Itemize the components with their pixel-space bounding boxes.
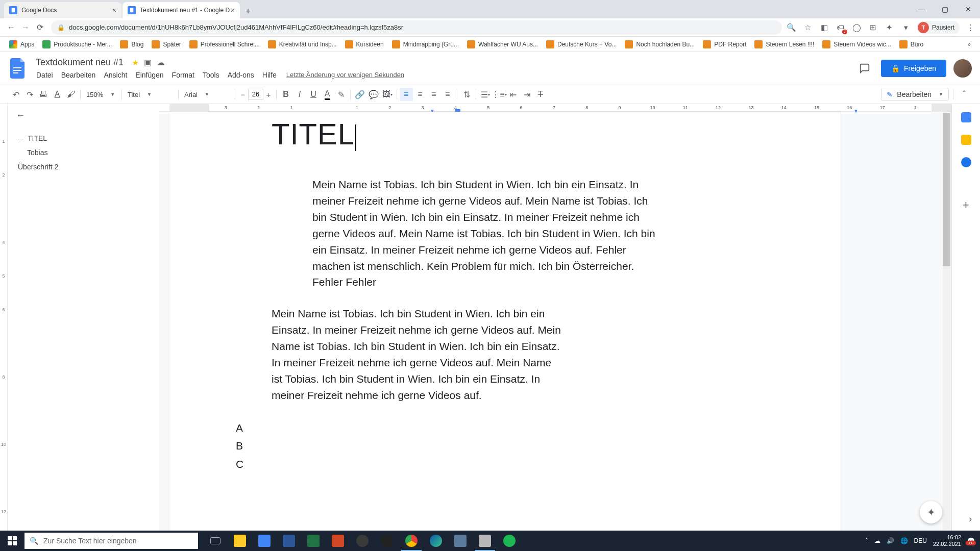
italic-button[interactable]: I bbox=[293, 88, 306, 101]
taskbar-search[interactable]: 🔍 Zur Suche Text hier eingeben bbox=[24, 533, 198, 549]
powerpoint-icon[interactable] bbox=[326, 531, 350, 551]
volume-icon[interactable]: 🔊 bbox=[887, 537, 894, 544]
paint-format-button[interactable]: 🖌 bbox=[64, 88, 78, 101]
scrollbar-thumb[interactable] bbox=[943, 113, 950, 266]
tray-expand-icon[interactable]: ˄ bbox=[865, 537, 868, 544]
document-title[interactable]: Textdokument neu #1 bbox=[33, 56, 127, 69]
app-icon[interactable] bbox=[252, 531, 277, 551]
extension-icon[interactable]: ⊞ bbox=[868, 22, 879, 33]
spellcheck-button[interactable]: A bbox=[51, 88, 64, 101]
indent-marker-icon[interactable]: ▼ bbox=[853, 108, 859, 114]
insert-image-button[interactable]: 🖼▾ bbox=[381, 88, 394, 101]
scrollbar[interactable] bbox=[943, 113, 950, 530]
extensions-menu-icon[interactable]: ✦ bbox=[884, 22, 895, 33]
move-icon[interactable]: ▣ bbox=[144, 58, 152, 67]
document-canvas[interactable]: 32112345678910111213141516171 ▼ ▼ TITEL … bbox=[159, 104, 951, 531]
account-avatar[interactable] bbox=[953, 59, 972, 78]
close-window-button[interactable]: ✕ bbox=[957, 0, 980, 18]
cloud-saved-icon[interactable]: ☁ bbox=[157, 58, 165, 67]
align-left-button[interactable]: ≡ bbox=[400, 88, 413, 101]
increase-indent-button[interactable]: ⇥ bbox=[520, 88, 533, 101]
spotify-icon[interactable] bbox=[497, 531, 522, 551]
bulleted-list-button[interactable]: ⋮≡▾ bbox=[493, 88, 506, 101]
decrease-indent-button[interactable]: ⇤ bbox=[506, 88, 520, 101]
menu-hilfe[interactable]: Hilfe bbox=[259, 69, 280, 81]
hide-side-panel-button[interactable]: › bbox=[969, 514, 972, 524]
chrome-icon[interactable] bbox=[399, 531, 424, 551]
menu-tools[interactable]: Tools bbox=[199, 69, 223, 81]
bookmark-item[interactable]: Produktsuche - Mer... bbox=[39, 38, 115, 51]
paragraph[interactable]: Mein Name ist Tobias. Ich bin Student in… bbox=[312, 177, 657, 290]
zoom-dropdown[interactable]: 150%▼ bbox=[83, 88, 119, 101]
outline-item[interactable]: TITEL bbox=[16, 131, 151, 145]
horizontal-ruler[interactable]: 32112345678910111213141516171 ▼ ▼ bbox=[159, 104, 951, 112]
last-edit-text[interactable]: Letzte Änderung vor wenigen Sekunden bbox=[286, 71, 404, 79]
bookmark-item[interactable]: Steuern Videos wic... bbox=[819, 38, 894, 51]
share-button[interactable]: 🔒 Freigeben bbox=[881, 60, 946, 77]
close-icon[interactable]: × bbox=[231, 6, 235, 14]
menu-ansicht[interactable]: Ansicht bbox=[100, 69, 131, 81]
reload-button[interactable]: ⟳ bbox=[33, 20, 47, 35]
print-button[interactable]: 🖶 bbox=[37, 88, 50, 101]
insert-link-button[interactable]: 🔗 bbox=[353, 88, 366, 101]
notifications-icon[interactable]: 💬99+ bbox=[967, 537, 975, 544]
new-tab-button[interactable]: + bbox=[241, 4, 255, 18]
star-icon[interactable]: ★ bbox=[132, 58, 139, 67]
profile-button[interactable]: T Pausiert bbox=[917, 21, 960, 34]
docs-logo-icon[interactable] bbox=[8, 58, 29, 79]
explore-button[interactable]: ✦ bbox=[920, 501, 942, 523]
text-color-button[interactable]: A bbox=[321, 88, 334, 101]
star-icon[interactable]: ☆ bbox=[802, 22, 814, 33]
language-indicator[interactable]: DEU bbox=[914, 537, 927, 544]
bookmark-item[interactable]: Blog bbox=[117, 38, 146, 51]
align-center-button[interactable]: ≡ bbox=[413, 88, 427, 101]
redo-button[interactable]: ↷ bbox=[23, 88, 36, 101]
app-icon[interactable] bbox=[375, 531, 399, 551]
underline-button[interactable]: U bbox=[307, 88, 320, 101]
list-item[interactable]: C bbox=[236, 455, 739, 473]
maximize-button[interactable]: ▢ bbox=[933, 0, 957, 18]
bookmark-item[interactable]: PDF Report bbox=[700, 38, 749, 51]
collapse-toolbar-button[interactable]: ˆ bbox=[958, 88, 971, 101]
start-button[interactable] bbox=[0, 531, 24, 551]
calendar-icon[interactable] bbox=[960, 111, 972, 123]
extension-icon[interactable]: 🏷7 bbox=[835, 22, 846, 33]
list[interactable]: A B C bbox=[236, 419, 739, 473]
extension-icon[interactable]: ◯ bbox=[851, 22, 863, 33]
bookmark-item[interactable]: Noch hochladen Bu... bbox=[622, 38, 698, 51]
zoom-icon[interactable]: 🔍 bbox=[786, 22, 797, 33]
menu-format[interactable]: Format bbox=[168, 69, 198, 81]
document-heading[interactable]: TITEL bbox=[272, 112, 739, 151]
apps-button[interactable]: Apps bbox=[6, 38, 37, 51]
keep-icon[interactable] bbox=[960, 134, 972, 146]
line-spacing-button[interactable]: ⇅ bbox=[460, 88, 473, 101]
outline-item[interactable]: Überschrift 2 bbox=[16, 160, 151, 174]
onedrive-icon[interactable]: ☁ bbox=[874, 537, 880, 544]
task-view-button[interactable] bbox=[203, 531, 228, 551]
app-icon[interactable] bbox=[448, 531, 473, 551]
app-icon[interactable] bbox=[473, 531, 497, 551]
bookmarks-overflow[interactable]: » bbox=[964, 39, 974, 50]
bookmark-item[interactable]: Kursideen bbox=[342, 38, 387, 51]
clear-formatting-button[interactable]: T bbox=[534, 88, 547, 101]
tasks-icon[interactable] bbox=[960, 156, 972, 168]
menu-addons[interactable]: Add-ons bbox=[224, 69, 258, 81]
align-right-button[interactable]: ≡ bbox=[427, 88, 440, 101]
close-icon[interactable]: × bbox=[112, 6, 116, 14]
increase-font-button[interactable]: + bbox=[263, 88, 274, 101]
decrease-font-button[interactable]: − bbox=[238, 88, 248, 101]
outline-item[interactable]: Tobias bbox=[16, 145, 151, 160]
bookmark-item[interactable]: Später bbox=[149, 38, 184, 51]
bookmark-item[interactable]: Kreativität und Insp... bbox=[265, 38, 340, 51]
extension-icon[interactable]: ▾ bbox=[900, 22, 912, 33]
bookmark-item[interactable]: Mindmapping (Gru... bbox=[389, 38, 462, 51]
network-icon[interactable]: 🌐 bbox=[900, 537, 908, 544]
bookmark-item[interactable]: Wahlfächer WU Aus... bbox=[464, 38, 541, 51]
document-page[interactable]: TITEL Mein Name ist Tobias. Ich bin Stud… bbox=[169, 112, 841, 531]
back-button[interactable]: ← bbox=[4, 20, 18, 35]
editing-mode-dropdown[interactable]: ✎ Bearbeiten ▼ bbox=[881, 88, 949, 101]
menu-datei[interactable]: Datei bbox=[33, 69, 57, 81]
add-addon-button[interactable]: + bbox=[960, 199, 972, 211]
list-item[interactable]: A bbox=[236, 419, 739, 437]
word-icon[interactable] bbox=[277, 531, 301, 551]
